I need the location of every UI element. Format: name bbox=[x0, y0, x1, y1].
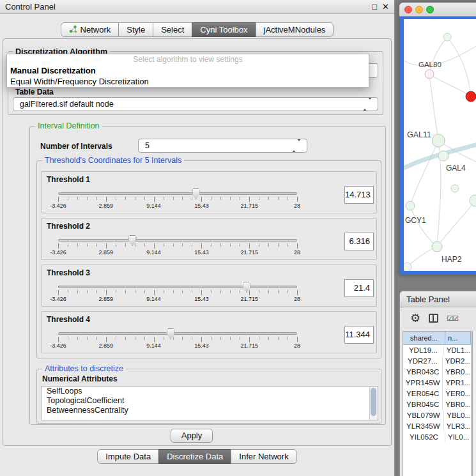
desktop: Control Panel □ ✕ Network Style bbox=[0, 0, 476, 476]
slider-track[interactable] bbox=[58, 192, 297, 195]
cell-shared-name[interactable]: YER054C bbox=[403, 388, 443, 399]
threshold-slider[interactable]: -3.426 2.859 9.144 15.43 21.715 28 bbox=[53, 188, 302, 211]
threshold-panel: Threshold 4 -3.426 2.859 9.144 15.43 bbox=[41, 311, 377, 353]
table-row[interactable]: YER054CYER0... bbox=[403, 388, 471, 399]
float-window-icon[interactable]: □ bbox=[372, 1, 377, 13]
attributes-group: Attributes to discretize Numerical Attri… bbox=[36, 369, 381, 424]
tab-cyni-toolbox[interactable]: Cyni Toolbox bbox=[192, 22, 256, 37]
cell-shared-name[interactable]: YBL079W bbox=[403, 410, 444, 421]
slider-ticks bbox=[58, 243, 297, 249]
slider-track[interactable] bbox=[58, 239, 297, 242]
attributes-list[interactable]: SelfLoops TopologicalCoefficient Between… bbox=[41, 386, 378, 420]
cell-name[interactable]: YBR0... bbox=[443, 399, 471, 410]
column-header-name[interactable]: n... bbox=[445, 332, 471, 345]
attributes-scrollbar[interactable] bbox=[369, 387, 378, 420]
table-row[interactable]: YDR27...YDR2... bbox=[403, 356, 471, 367]
network-window-titlebar bbox=[399, 3, 476, 17]
table-data-label: Table Data bbox=[15, 88, 54, 96]
combo-arrows-icon bbox=[291, 139, 302, 152]
zoom-traffic-light[interactable] bbox=[426, 6, 434, 13]
numerical-attributes-label: Numerical Attributes bbox=[42, 374, 118, 383]
table-data-combo[interactable]: galFiltered.sif default node bbox=[13, 97, 378, 111]
table-row[interactable]: YDL19...YDL1... bbox=[403, 345, 471, 356]
tab-select[interactable]: Select bbox=[153, 22, 192, 37]
network-node-gal80[interactable] bbox=[425, 70, 434, 79]
table-row[interactable]: YLR345WYLR3... bbox=[403, 421, 471, 432]
tab-network[interactable]: Network bbox=[61, 22, 119, 37]
tab-infer-network[interactable]: Infer Network bbox=[231, 449, 296, 464]
select-columns-icon[interactable]: ☑☑ bbox=[447, 314, 458, 323]
list-item[interactable]: TopologicalCoefficient bbox=[42, 396, 378, 406]
tab-label: Impute Data bbox=[105, 452, 151, 461]
cell-shared-name[interactable]: YDL19... bbox=[403, 345, 444, 356]
algorithm-option-manual[interactable]: Manual Discretization bbox=[7, 65, 369, 76]
table-row[interactable]: YIL052CYIL0... bbox=[403, 432, 471, 443]
tab-label: jActiveMNodules bbox=[264, 25, 326, 35]
tab-style[interactable]: Style bbox=[118, 22, 153, 37]
slider-track[interactable] bbox=[58, 286, 297, 288]
cell-shared-name[interactable]: YLR345W bbox=[403, 421, 444, 432]
network-canvas[interactable]: GAL80 GAL11 GAL4 GCY1 HAP2 bbox=[404, 19, 476, 271]
tab-jactivemodules[interactable]: jActiveMNodules bbox=[256, 22, 334, 37]
cell-shared-name[interactable]: YIL052C bbox=[403, 432, 445, 443]
table-row[interactable]: YBR043CYBR0... bbox=[403, 367, 471, 378]
cell-name[interactable]: YLR3... bbox=[444, 421, 471, 432]
apply-button[interactable]: Apply bbox=[171, 429, 213, 443]
scrollbar-thumb[interactable] bbox=[371, 388, 376, 416]
list-item[interactable]: SelfLoops bbox=[42, 387, 378, 396]
cell-shared-name[interactable]: YDR27... bbox=[403, 356, 443, 367]
cell-shared-name[interactable]: YBR043C bbox=[403, 367, 443, 378]
network-node-gal11[interactable] bbox=[432, 134, 445, 147]
table-row[interactable]: YPR145WYPR1... bbox=[403, 378, 471, 388]
columns-icon[interactable] bbox=[429, 314, 438, 323]
slider-track[interactable] bbox=[58, 332, 297, 335]
node-label: GAL11 bbox=[407, 130, 431, 139]
table-panel-window: Table Panel ⚙ ☑☑ shared... n... YDL19...… bbox=[399, 291, 476, 476]
tab-impute-data[interactable]: Impute Data bbox=[97, 449, 159, 464]
network-node-hap2[interactable] bbox=[432, 242, 442, 252]
cell-name[interactable]: YPR1... bbox=[443, 378, 471, 388]
threshold-slider[interactable]: -3.426 2.859 9.144 15.43 21.715 28 bbox=[53, 282, 302, 305]
cell-name[interactable]: YBR0... bbox=[443, 367, 471, 378]
table-row[interactable]: YBL079WYBL0... bbox=[403, 410, 471, 421]
number-of-intervals-value: 5 bbox=[145, 141, 150, 150]
cell-shared-name[interactable]: YPR145W bbox=[403, 378, 443, 388]
threshold-slider[interactable]: -3.426 2.859 9.144 15.43 21.715 28 bbox=[53, 235, 302, 258]
algorithm-option-equal-width[interactable]: Equal Width/Frequency Discretization bbox=[7, 76, 369, 87]
gear-icon[interactable]: ⚙ bbox=[410, 312, 420, 324]
close-icon[interactable]: ✕ bbox=[382, 1, 389, 13]
control-panel-window: Control Panel □ ✕ Network Style bbox=[0, 0, 395, 476]
number-of-intervals-combo[interactable]: 5 bbox=[138, 139, 307, 153]
threshold-value-field[interactable]: 14.713 bbox=[344, 186, 374, 204]
list-item[interactable]: BetweennessCentrality bbox=[42, 406, 378, 415]
thresholds-group-title: Threshold's Coordinates for 5 Intervals bbox=[42, 156, 184, 165]
threshold-value-field[interactable]: 11.344 bbox=[344, 326, 374, 344]
network-node-gcy1[interactable] bbox=[406, 201, 415, 210]
network-node[interactable] bbox=[404, 263, 411, 271]
cell-name[interactable]: YDR2... bbox=[443, 356, 471, 367]
table-scrollbar[interactable] bbox=[472, 331, 476, 476]
threshold-value-field[interactable]: 6.316 bbox=[344, 233, 374, 250]
table-row[interactable]: YBR045CYBR0... bbox=[403, 399, 471, 410]
network-node[interactable] bbox=[451, 185, 459, 192]
cell-name[interactable]: YBL0... bbox=[444, 410, 471, 421]
cell-name[interactable]: YER0... bbox=[443, 388, 471, 399]
network-node-selected[interactable] bbox=[466, 91, 476, 102]
node-table: shared... n... YDL19...YDL1... YDR27...Y… bbox=[403, 331, 472, 476]
network-node[interactable] bbox=[470, 195, 476, 206]
threshold-value-field[interactable]: 21.4 bbox=[344, 279, 374, 297]
tab-discretize-data[interactable]: Discretize Data bbox=[158, 449, 231, 464]
minimize-traffic-light[interactable] bbox=[415, 6, 423, 13]
threshold-slider[interactable]: -3.426 2.859 9.144 15.43 21.715 28 bbox=[53, 328, 302, 351]
column-header-shared-name[interactable]: shared... bbox=[403, 332, 445, 345]
node-label: GCY1 bbox=[405, 216, 426, 225]
network-node[interactable] bbox=[443, 33, 451, 41]
cell-shared-name[interactable]: YBR045C bbox=[403, 399, 443, 410]
threshold-panel: Threshold 1 -3.426 2.859 9.144 15.43 bbox=[41, 171, 377, 213]
cell-name[interactable]: YDL1... bbox=[444, 345, 471, 356]
close-traffic-light[interactable] bbox=[404, 6, 412, 13]
algorithm-dropdown-popup: Select algorithm to view settings Manual… bbox=[6, 54, 369, 88]
cell-name[interactable]: YIL0... bbox=[445, 432, 471, 443]
network-node-gal4[interactable] bbox=[438, 151, 449, 161]
slider-tick-labels: -3.426 2.859 9.144 15.43 21.715 28 bbox=[58, 342, 297, 349]
